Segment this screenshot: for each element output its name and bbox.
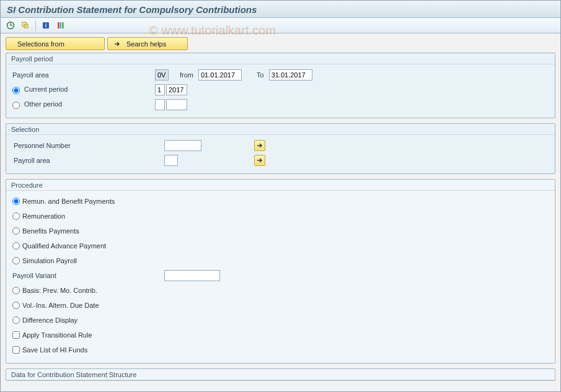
radio-qualified-advance-label: Qualified Advance Payment [22, 242, 106, 250]
action-row: Selections from Search helps [6, 37, 555, 50]
radio-benefits[interactable] [12, 227, 20, 235]
to-date-input[interactable] [269, 69, 312, 81]
from-date-input[interactable] [198, 69, 242, 81]
group-payroll-period: Payroll period Payroll area from To Curr… [6, 53, 555, 118]
svg-rect-7 [58, 22, 60, 28]
svg-rect-8 [60, 22, 61, 28]
personnel-number-label: Personnel Number [12, 142, 164, 149]
search-helps-label: Search helps [126, 40, 166, 48]
check-save-list-label: Save List of HI Funds [22, 346, 87, 354]
payroll-area-label: Payroll area [12, 71, 155, 79]
group-procedure: Procedure Remun. and Benefit Payments Re… [6, 179, 555, 364]
radio-simulation-payroll-label: Simulation Payroll [22, 257, 77, 264]
payroll-variant-label: Payroll Variant [12, 272, 164, 279]
current-period-year-input[interactable] [166, 84, 187, 95]
group-data-structure: Data for Contribution Statement Structur… [6, 368, 555, 381]
other-period-label: Other period [24, 100, 62, 108]
from-label: from [180, 71, 193, 79]
radio-remuneration[interactable] [12, 212, 20, 220]
execute-icon[interactable] [4, 19, 17, 32]
other-period-num-input[interactable] [155, 99, 165, 110]
other-period-radio[interactable] [12, 102, 20, 109]
multiple-selection-area-button[interactable] [254, 155, 265, 166]
group-title-payroll: Payroll period [6, 53, 555, 64]
other-period-year-input[interactable] [166, 99, 187, 110]
svg-rect-9 [62, 22, 64, 28]
group-title-selection: Selection [6, 124, 555, 135]
to-label: To [257, 71, 264, 79]
payroll-area-input[interactable] [155, 69, 169, 81]
arrow-right-icon [113, 40, 121, 48]
payroll-variant-input[interactable] [164, 270, 220, 281]
radio-diff-display-label: Difference Display [22, 316, 77, 324]
radio-vol-ins-label: Vol.-Ins. Altern. Due Date [22, 302, 99, 309]
group-title-procedure: Procedure [6, 180, 555, 191]
radio-basis-prev[interactable] [12, 287, 20, 294]
check-save-list[interactable] [12, 346, 20, 354]
check-apply-rule-label: Apply Transitional Rule [22, 331, 92, 339]
selections-from-button[interactable]: Selections from [6, 37, 105, 50]
radio-benefits-label: Benefits Payments [22, 227, 79, 235]
personnel-number-input[interactable] [164, 140, 201, 151]
radio-remun-benefit[interactable] [12, 198, 20, 205]
radio-remun-benefit-label: Remun. and Benefit Payments [22, 198, 115, 205]
structure-icon[interactable] [55, 19, 67, 32]
radio-remuneration-label: Remuneration [22, 212, 65, 220]
variants-icon[interactable] [19, 19, 32, 32]
radio-basis-prev-label: Basis: Prev. Mo. Contrib. [22, 287, 97, 294]
current-period-radio[interactable] [12, 87, 20, 94]
radio-vol-ins[interactable] [12, 302, 20, 309]
radio-qualified-advance[interactable] [12, 242, 20, 250]
group-selection: Selection Personnel Number Payroll area [6, 123, 555, 174]
group-title-data-structure: Data for Contribution Statement Structur… [6, 369, 555, 380]
selections-from-label: Selections from [17, 40, 64, 48]
svg-text:i: i [45, 22, 47, 28]
app-header: SI Contribution Statement for Compulsory… [1, 1, 560, 18]
search-helps-button[interactable]: Search helps [107, 37, 188, 50]
payroll-area-sel-label: Payroll area [12, 157, 164, 164]
payroll-area-sel-input[interactable] [164, 155, 178, 166]
page-title: SI Contribution Statement for Compulsory… [7, 4, 257, 15]
current-period-num-input[interactable] [155, 84, 165, 95]
radio-simulation-payroll[interactable] [12, 257, 20, 264]
toolbar: i [1, 18, 560, 33]
check-apply-rule[interactable] [12, 331, 20, 339]
multiple-selection-personnel-button[interactable] [254, 140, 265, 151]
toolbar-sep [35, 20, 36, 31]
current-period-label: Current period [24, 85, 68, 93]
info-icon[interactable]: i [40, 19, 52, 32]
radio-diff-display[interactable] [12, 316, 20, 324]
